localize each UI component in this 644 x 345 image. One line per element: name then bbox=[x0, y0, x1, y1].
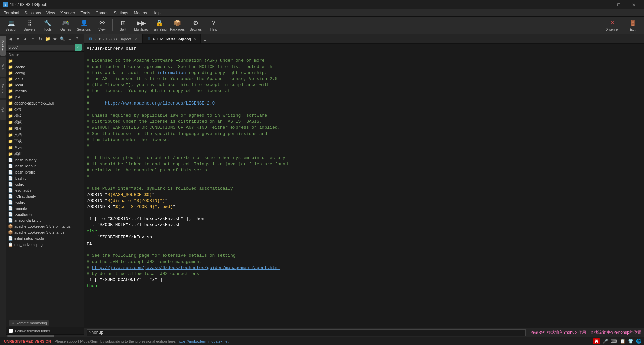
tab-2-label: 2. 192.168.83.134[root] bbox=[94, 37, 132, 41]
list-item[interactable]: 📄.bashrc bbox=[6, 175, 84, 181]
tabs-bar: 🖥 2. 192.168.83.134[root] ✕ 🖥 4. 192.168… bbox=[84, 34, 644, 44]
tab-4-close[interactable]: ✕ bbox=[193, 37, 196, 41]
tray-icon-network[interactable]: 🌐 bbox=[636, 339, 641, 344]
list-item[interactable]: 📦apache-zookeeper-3.5.9-bin.tar.gz bbox=[6, 223, 84, 229]
list-item[interactable]: 📁视频 bbox=[6, 119, 84, 125]
status-link[interactable]: https://mobaxterm.mobatek.net bbox=[178, 339, 229, 343]
browser-help[interactable]: ? bbox=[74, 35, 80, 42]
toolbar-xserver[interactable]: ✕ X server bbox=[604, 18, 621, 33]
browser-view-toggle[interactable]: ≡ bbox=[66, 35, 73, 42]
list-item[interactable]: 📁公共 bbox=[6, 106, 84, 113]
toolbar-split[interactable]: ⊞ Split bbox=[114, 18, 132, 33]
toolbar-exit[interactable]: 🚪 Exit bbox=[624, 18, 641, 33]
menu-help[interactable]: Help bbox=[150, 10, 163, 16]
list-item[interactable]: 📁下载 bbox=[6, 138, 84, 144]
menu-settings[interactable]: Settings bbox=[111, 10, 131, 16]
list-item[interactable]: 📁apache-activemq-5.16.0 bbox=[6, 100, 84, 106]
list-item[interactable]: 📄initial-setup-ks.cfg bbox=[6, 235, 84, 242]
sidebar-tab-macros[interactable]: Macros bbox=[0, 78, 6, 98]
tab-4[interactable]: 🖥 4. 192.168.83.134[root] ✕ bbox=[142, 34, 201, 43]
tab-2-close[interactable]: ✕ bbox=[135, 37, 138, 41]
maximize-button[interactable]: □ bbox=[611, 0, 626, 9]
terminal-content[interactable]: #!/usr/bin/env bash # Licensed to the Ap… bbox=[84, 44, 644, 328]
list-item[interactable]: 📁.mozilla bbox=[6, 88, 84, 94]
tray-icon-shirt[interactable]: 👕 bbox=[628, 339, 633, 344]
list-item[interactable]: 📁音乐 bbox=[6, 144, 84, 151]
command-input[interactable] bbox=[87, 329, 526, 336]
toolbar-settings[interactable]: ⚙ Settings bbox=[187, 18, 204, 33]
file-name: 模板 bbox=[14, 113, 82, 118]
list-item[interactable]: 📁.dbus bbox=[6, 76, 84, 82]
browser-down-arrow[interactable]: ▼ bbox=[15, 35, 21, 42]
path-bar: ✓ bbox=[6, 43, 84, 52]
list-item[interactable]: 📄.bash_profile bbox=[6, 169, 84, 175]
toolbar-sessions[interactable]: 👤 Sessions bbox=[75, 18, 93, 33]
remote-monitoring-btn[interactable]: 🖥 Remote monitoring bbox=[9, 320, 49, 326]
toolbar-tools-label: Tools bbox=[44, 28, 51, 31]
menu-macros[interactable]: Macros bbox=[131, 10, 150, 16]
list-item[interactable]: 📄.ICEauthority bbox=[6, 193, 84, 199]
sidebar-tab-tools[interactable]: Tools bbox=[0, 57, 6, 77]
toolbar-servers[interactable]: ⣿ Servers bbox=[21, 18, 38, 33]
close-button[interactable]: ✕ bbox=[626, 0, 641, 9]
list-item[interactable]: 📦apache-zookeeper-3.6.2.tar.gz bbox=[6, 229, 84, 235]
menu-sessions[interactable]: Sessions bbox=[22, 10, 44, 16]
menu-xserver[interactable]: X server bbox=[58, 10, 78, 16]
list-item[interactable]: 📄.Xauthority bbox=[6, 211, 84, 217]
browser-folder-new[interactable]: 📁 bbox=[44, 35, 51, 42]
menu-terminal[interactable]: Terminal bbox=[1, 10, 22, 16]
list-item[interactable]: 📁文档 bbox=[6, 132, 84, 138]
list-item[interactable]: 📁.config bbox=[6, 70, 84, 76]
toolbar-multiexec[interactable]: ▶▶ MultiExec bbox=[132, 18, 150, 33]
toolbar-games[interactable]: 🎮 Games bbox=[57, 18, 74, 33]
tray-icon-keyboard[interactable]: ⌨ bbox=[611, 339, 617, 344]
horizontal-scrollbar[interactable] bbox=[6, 334, 84, 337]
term-line: # (the "License"); you may not use this … bbox=[87, 82, 641, 88]
toolbar-view[interactable]: 👁 View bbox=[93, 18, 111, 33]
browser-bookmark[interactable]: ★ bbox=[52, 35, 58, 42]
list-item[interactable]: 📄.tcshrc bbox=[6, 199, 84, 205]
tab-add-button[interactable]: + bbox=[201, 38, 210, 43]
menu-games[interactable]: Games bbox=[93, 10, 111, 16]
xserver-label: X server bbox=[606, 28, 619, 31]
list-item[interactable]: 📁桌面 bbox=[6, 151, 84, 157]
tray-icon-clipboard[interactable]: 📋 bbox=[620, 339, 625, 344]
tray-icon-mic[interactable]: 🎤 bbox=[603, 339, 608, 344]
tab-2[interactable]: 🖥 2. 192.168.83.134[root] ✕ bbox=[84, 34, 142, 43]
sidebar-tab-split[interactable]: Split bbox=[0, 100, 6, 120]
list-item[interactable]: 📄.viminfo bbox=[6, 205, 84, 211]
browser-refresh[interactable]: ↻ bbox=[37, 35, 44, 42]
follow-folder-checkbox[interactable] bbox=[9, 329, 13, 333]
file-name: .config bbox=[14, 71, 82, 75]
browser-home[interactable]: ⌂ bbox=[30, 35, 36, 42]
path-input[interactable] bbox=[8, 45, 75, 50]
folder-icon: 📁 bbox=[8, 126, 13, 131]
list-item[interactable]: 📋run_activemq.log bbox=[6, 242, 84, 248]
list-item[interactable]: 📁.pki bbox=[6, 94, 84, 100]
minimize-button[interactable]: ─ bbox=[596, 0, 611, 9]
ime-indicator[interactable]: 英 bbox=[593, 338, 600, 344]
app-icon: 🖥 bbox=[3, 2, 8, 7]
list-item[interactable]: 📄.cshrc bbox=[6, 181, 84, 187]
list-item[interactable]: 📄.bash_logout bbox=[6, 163, 84, 169]
toolbar-help[interactable]: ? Help bbox=[205, 18, 222, 33]
list-item[interactable]: 📁.cache bbox=[6, 64, 84, 70]
menu-tools[interactable]: Tools bbox=[78, 10, 93, 16]
browser-up-arrow[interactable]: ▲ bbox=[22, 35, 29, 42]
path-ok-button[interactable]: ✓ bbox=[75, 44, 82, 51]
list-item[interactable]: 📄.esd_auth bbox=[6, 187, 84, 193]
list-item[interactable]: 📁.. bbox=[6, 58, 84, 64]
toolbar-tools[interactable]: 🔧 Tools bbox=[39, 18, 56, 33]
toolbar-tunneling[interactable]: 🔒 Tunneling bbox=[151, 18, 168, 33]
browser-left-arrow[interactable]: ◀ bbox=[7, 35, 14, 42]
browser-search[interactable]: 🔍 bbox=[59, 35, 66, 42]
menu-view[interactable]: View bbox=[44, 10, 58, 16]
sidebar-tab-sessions[interactable]: Sessions bbox=[0, 36, 6, 56]
list-item[interactable]: 📄.bash_history bbox=[6, 157, 84, 163]
toolbar-packages[interactable]: 📦 Packages bbox=[169, 18, 186, 33]
list-item[interactable]: 📁图片 bbox=[6, 125, 84, 132]
list-item[interactable]: 📄anaconda-ks.cfg bbox=[6, 217, 84, 223]
list-item[interactable]: 📁.local bbox=[6, 82, 84, 88]
list-item[interactable]: 📁模板 bbox=[6, 113, 84, 119]
toolbar-session[interactable]: 💻 Session bbox=[3, 18, 20, 33]
